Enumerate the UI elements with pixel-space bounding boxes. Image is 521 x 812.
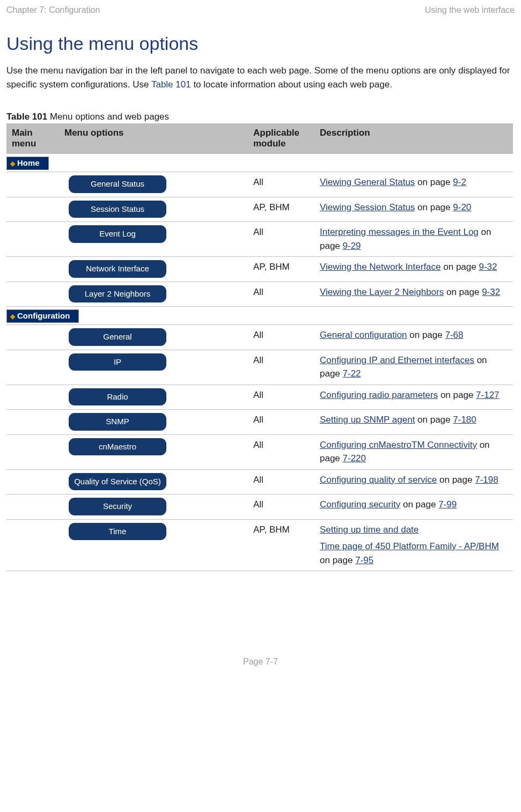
page-ref-link[interactable]: 7-127 — [476, 390, 499, 400]
cell-module: All — [248, 172, 314, 197]
description-link[interactable]: Setting up time and date — [320, 525, 419, 535]
table-row: TimeAP, BHMSetting up time and dateTime … — [6, 519, 513, 571]
col-menu-options: Menu options — [59, 123, 248, 154]
description-post: on page — [444, 287, 482, 297]
cell-description: Configuring security on page 7-99 — [314, 494, 513, 520]
description-link[interactable]: Configuring security — [320, 499, 400, 510]
description-link[interactable]: Viewing the Layer 2 Neighbors — [320, 287, 444, 297]
page-ref-link[interactable]: 7-220 — [343, 453, 366, 463]
cell-main-menu — [6, 469, 59, 494]
page-ref-link[interactable]: 7-198 — [475, 475, 498, 485]
nav-chip[interactable]: ◆Configuration — [6, 309, 79, 323]
cell-description: Viewing Session Status on page 9-20 — [314, 197, 513, 222]
cell-module: All — [248, 325, 314, 350]
page-ref-link[interactable]: 7-99 — [438, 499, 457, 510]
table-caption-bold: Table 101 — [6, 112, 47, 122]
description-link[interactable]: Configuring radio parameters — [320, 390, 438, 400]
cell-module: All — [248, 282, 314, 307]
cell-description: Interpreting messages in the Event Log o… — [314, 222, 513, 257]
intro-paragraph: Use the menu navigation bar in the left … — [6, 64, 515, 91]
menu-option-pill[interactable]: General Status — [69, 175, 166, 193]
cell-module: AP, BHM — [248, 519, 314, 571]
menu-option-pill[interactable]: Security — [69, 498, 166, 515]
menu-options-table: Main menu Menu options Applicable module… — [6, 123, 513, 571]
nav-chip-label: Configuration — [17, 311, 70, 320]
description-post: on page — [437, 475, 475, 485]
page-ref-link[interactable]: 9-32 — [479, 262, 497, 272]
cell-menu-option: Security — [59, 494, 248, 520]
page-ref-link[interactable]: 7-22 — [343, 368, 361, 379]
cell-main-menu — [6, 197, 59, 222]
bullet-icon: ◆ — [10, 313, 15, 320]
menu-option-pill[interactable]: General — [69, 328, 166, 346]
page-ref-link[interactable]: 7-180 — [453, 415, 476, 425]
description-link[interactable]: Configuring IP and Ethernet interfaces — [320, 355, 474, 365]
header-left: Chapter 7: Configuration — [6, 5, 100, 15]
intro-post: to locate information about using each w… — [191, 79, 392, 90]
menu-section-row: ◆Configuration — [6, 307, 513, 325]
page-ref-link[interactable]: 9-32 — [482, 287, 500, 297]
cell-description: Viewing General Status on page 9-2 — [314, 172, 513, 197]
page-ref-link[interactable]: 7-95 — [355, 555, 373, 565]
menu-option-pill[interactable]: Quality of Service (QoS) — [69, 473, 166, 491]
cell-main-menu — [6, 350, 59, 385]
description-link[interactable]: Configuring cnMaestroTM Connectivity — [320, 440, 477, 450]
cell-menu-option: cnMaestro — [59, 434, 248, 469]
page-ref-link[interactable]: 9-2 — [453, 177, 466, 187]
cell-description: Viewing the Network Interface on page 9-… — [314, 257, 513, 282]
menu-option-pill[interactable]: Event Log — [69, 225, 166, 243]
cell-main-menu — [6, 282, 59, 307]
table-row: Event LogAllInterpreting messages in the… — [6, 222, 513, 257]
description-post: on page — [441, 262, 479, 272]
description-link[interactable]: Viewing the Network Interface — [320, 262, 441, 272]
description-link[interactable]: Configuring quality of service — [320, 475, 437, 485]
page-ref-link[interactable]: 9-29 — [343, 241, 361, 251]
cell-description: Setting up time and dateTime page of 450… — [314, 519, 513, 571]
cell-description: Configuring IP and Ethernet interfaces o… — [314, 350, 513, 385]
menu-option-pill[interactable]: Session Status — [69, 201, 166, 218]
table-caption-rest: Menu options and web pages — [47, 112, 169, 122]
menu-option-pill[interactable]: cnMaestro — [69, 438, 166, 456]
cell-description: General configuration on page 7-68 — [314, 325, 513, 350]
intro-table-link[interactable]: Table 101 — [151, 79, 191, 90]
description-post: on page — [407, 330, 445, 340]
nav-chip[interactable]: ◆Home — [6, 157, 49, 170]
description-post: on page — [438, 390, 476, 400]
description-post: on page — [400, 499, 438, 510]
cell-menu-option: Layer 2 Neighbors — [59, 282, 248, 307]
table-row: cnMaestroAllConfiguring cnMaestroTM Conn… — [6, 434, 513, 469]
menu-option-pill[interactable]: SNMP — [69, 413, 166, 431]
description-post: on page — [320, 555, 355, 565]
cell-menu-option: Network Interface — [59, 257, 248, 282]
description-link[interactable]: Time page of 450 Platform Family - AP/BH… — [320, 541, 499, 551]
page-ref-link[interactable]: 9-20 — [453, 202, 471, 212]
menu-option-pill[interactable]: Layer 2 Neighbors — [69, 285, 166, 303]
page-ref-link[interactable]: 7-68 — [445, 330, 463, 340]
table-caption: Table 101 Menu options and web pages — [6, 112, 515, 122]
description-link[interactable]: General configuration — [320, 330, 407, 340]
menu-option-pill[interactable]: IP — [69, 353, 166, 371]
description-link[interactable]: Viewing Session Status — [320, 202, 415, 212]
description-link[interactable]: Interpreting messages in the Event Log — [320, 227, 479, 237]
description-link[interactable]: Viewing General Status — [320, 177, 415, 187]
cell-menu-option: General Status — [59, 172, 248, 197]
menu-option-pill[interactable]: Network Interface — [69, 260, 166, 278]
menu-option-pill[interactable]: Radio — [69, 388, 166, 406]
col-applicable-module: Applicable module — [248, 123, 314, 154]
description-link[interactable]: Setting up SNMP agent — [320, 415, 415, 425]
cell-description: Setting up SNMP agent on page 7-180 — [314, 410, 513, 435]
cell-description: Configuring radio parameters on page 7-1… — [314, 385, 513, 410]
header-right: Using the web interface — [425, 5, 515, 15]
table-row: IPAllConfiguring IP and Ethernet interfa… — [6, 350, 513, 385]
cell-main-menu — [6, 325, 59, 350]
cell-menu-option: Session Status — [59, 197, 248, 222]
cell-module: All — [248, 410, 314, 435]
cell-description: Configuring cnMaestroTM Connectivity on … — [314, 434, 513, 469]
col-main-menu: Main menu — [6, 123, 59, 154]
description-post: on page — [415, 202, 453, 212]
cell-menu-option: Time — [59, 519, 248, 571]
table-row: General StatusAllViewing General Status … — [6, 172, 513, 197]
menu-option-pill[interactable]: Time — [69, 523, 166, 541]
cell-main-menu — [6, 172, 59, 197]
table-row: Network InterfaceAP, BHMViewing the Netw… — [6, 257, 513, 282]
